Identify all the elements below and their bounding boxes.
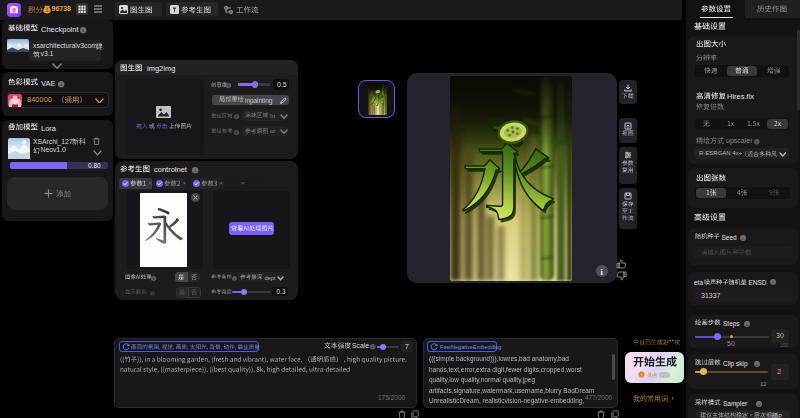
svg-text:i: i [236, 115, 237, 119]
svg-text:i: i [233, 277, 234, 281]
svg-text:i: i [153, 277, 154, 281]
svg-text:$: $ [46, 8, 49, 13]
svg-text:i: i [236, 131, 237, 135]
svg-text:i: i [228, 84, 229, 88]
svg-text:i: i [152, 292, 153, 296]
